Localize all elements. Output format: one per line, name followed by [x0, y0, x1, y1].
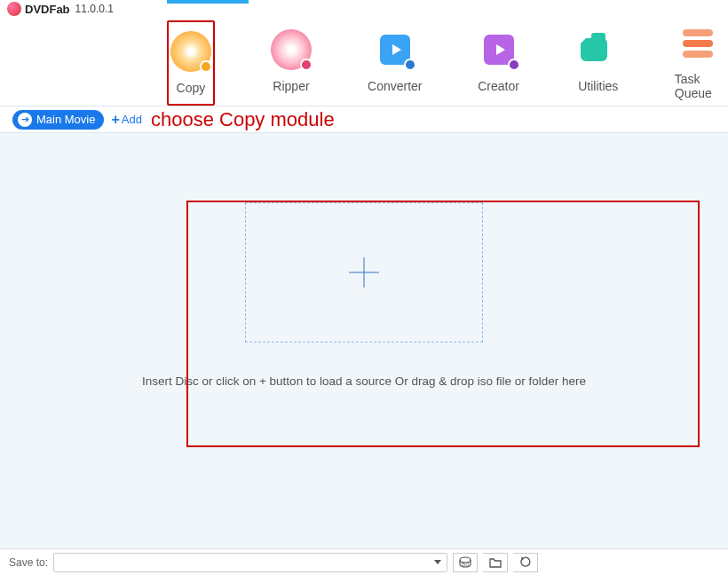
module-copy[interactable]: Copy	[167, 20, 215, 106]
add-label: Add	[122, 113, 142, 126]
module-tabs: Copy Ripper Converter Creator	[0, 18, 728, 106]
chevron-down-icon	[434, 560, 441, 564]
svg-rect-5	[683, 29, 713, 36]
folder-icon	[488, 555, 502, 570]
svg-rect-6	[683, 40, 713, 47]
module-label: Copy	[177, 81, 206, 95]
creator-icon	[479, 29, 519, 70]
save-folder-button[interactable]	[483, 553, 508, 572]
mode-label: Main Movie	[36, 113, 95, 126]
module-label: Utilities	[578, 79, 618, 93]
app-version: 11.0.0.1	[75, 3, 114, 15]
active-module-indicator	[167, 0, 249, 4]
svg-rect-4	[591, 33, 605, 42]
module-creator[interactable]: Creator	[476, 20, 522, 106]
app-logo-icon	[7, 2, 21, 16]
module-label: Converter	[368, 79, 422, 93]
arrow-right-circle-icon: ➔	[18, 113, 32, 127]
copy-disc-icon	[170, 31, 211, 72]
converter-icon	[375, 29, 415, 70]
ripper-disc-icon	[271, 29, 312, 70]
taskqueue-icon	[677, 22, 718, 63]
save-to-label: Save to:	[9, 556, 48, 569]
module-ripper[interactable]: Ripper	[268, 20, 314, 106]
module-label: Creator	[478, 79, 519, 93]
utilities-icon	[578, 29, 619, 70]
plus-icon: +	[111, 112, 119, 128]
add-button[interactable]: + Add	[111, 112, 141, 128]
app-brand: DVDFab	[25, 3, 70, 16]
annotation-highlight-box	[186, 201, 700, 447]
refresh-icon	[518, 555, 533, 570]
svg-rect-7	[683, 51, 713, 58]
iso-icon: ISO	[458, 555, 472, 570]
titlebar: DVDFab 11.0.0.1	[0, 0, 728, 18]
refresh-button[interactable]	[513, 553, 538, 572]
annotation-text: choose Copy module	[151, 108, 335, 131]
bottombar: Save to: ISO	[0, 548, 728, 575]
module-taskqueue[interactable]: Task Queue	[675, 20, 721, 106]
save-to-dropdown[interactable]	[53, 553, 447, 572]
module-label: Ripper	[273, 79, 309, 93]
svg-text:ISO: ISO	[462, 562, 470, 567]
module-label: Task Queue	[675, 72, 721, 100]
module-converter[interactable]: Converter	[368, 20, 422, 106]
module-utilities[interactable]: Utilities	[575, 20, 621, 106]
mode-selector[interactable]: ➔ Main Movie	[12, 110, 104, 130]
toolbar: ➔ Main Movie + Add choose Copy module	[0, 106, 728, 133]
save-iso-button[interactable]: ISO	[453, 553, 478, 572]
